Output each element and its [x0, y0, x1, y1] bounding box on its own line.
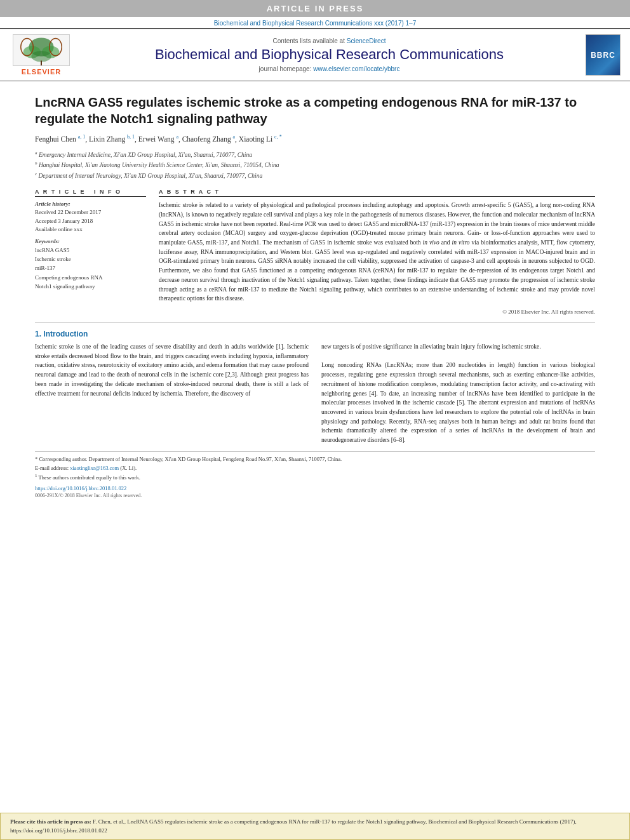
affiliation-a: a Emergency Internal Medicine, Xi'an XD … — [35, 150, 595, 160]
article-info-heading: A R T I C L E I N F O — [35, 189, 146, 197]
article-info-abstract-section: A R T I C L E I N F O Article history: R… — [35, 189, 595, 315]
keywords-label: Keywords: — [35, 238, 146, 244]
abstract-heading: A B S T R A C T — [159, 189, 595, 197]
svg-point-4 — [31, 51, 51, 62]
banner-text: ARTICLE IN PRESS — [267, 4, 364, 13]
doi-line[interactable]: https://doi.org/10.1016/j.bbrc.2018.01.0… — [35, 485, 595, 491]
main-content: LncRNA GAS5 regulates ischemic stroke as… — [0, 81, 630, 813]
section-divider — [35, 323, 595, 323]
intro-left-text: Ischemic stroke is one of the leading ca… — [35, 342, 309, 398]
doi-link[interactable]: https://doi.org/10.1016/j.bbrc.2018.01.0… — [35, 485, 126, 491]
equal-contrib-note: 1 These authors contributed equally to t… — [35, 472, 595, 482]
affiliations: a Emergency Internal Medicine, Xi'an XD … — [35, 150, 595, 181]
introduction-heading: 1. Introduction — [35, 330, 595, 338]
elsevier-logo-image — [13, 34, 70, 66]
keyword-3: miR-137 — [35, 263, 146, 272]
citation-bar: Please cite this article in press as: F.… — [0, 813, 630, 840]
author-5: Xiaoting Li c, * — [239, 135, 282, 143]
journal-header: ELSEVIER Contents lists available at Sci… — [0, 28, 630, 81]
email-note: E-mail address: xiaotinglixr@163.com (X.… — [35, 464, 595, 473]
journal-homepage-line: journal homepage: www.elsevier.com/locat… — [259, 65, 400, 72]
author-2: Lixin Zhang b, 1 — [89, 135, 135, 143]
elsevier-text: ELSEVIER — [22, 68, 61, 76]
homepage-label: journal homepage: — [259, 65, 312, 72]
intro-left-col: Ischemic stroke is one of the leading ca… — [35, 342, 309, 445]
keyword-2: Ischemic stroke — [35, 255, 146, 263]
footnotes-section: * Corresponding author. Department of In… — [35, 451, 595, 483]
page-container: ARTICLE IN PRESS Biochemical and Biophys… — [0, 0, 630, 840]
bbrc-label: BBRC — [591, 51, 615, 60]
sciencedirect-label: Contents lists available at — [273, 37, 345, 44]
article-history-text: Received 22 December 2017 Accepted 3 Jan… — [35, 208, 146, 234]
article-in-press-banner: ARTICLE IN PRESS — [0, 0, 630, 17]
journal-title-header: Biochemical and Biophysical Research Com… — [155, 46, 504, 63]
available-online: Available online xxx — [35, 225, 146, 234]
keywords-list: lncRNA GAS5 Ischemic stroke miR-137 Comp… — [35, 246, 146, 291]
corresponding-author-note: * Corresponding author. Department of In… — [35, 455, 595, 464]
keyword-1: lncRNA GAS5 — [35, 246, 146, 255]
journal-center: Contents lists available at ScienceDirec… — [83, 34, 576, 76]
received-date: Received 22 December 2017 — [35, 208, 146, 217]
sciencedirect-link[interactable]: ScienceDirect — [347, 37, 386, 44]
author-1: Fenghui Chen a, 1 — [35, 135, 85, 143]
email-link[interactable]: xiaotinglixr@163.com — [70, 465, 119, 471]
article-info-column: A R T I C L E I N F O Article history: R… — [35, 189, 146, 315]
affiliation-b: b Hanghui Hospital, Xi'an Jiaotong Unive… — [35, 160, 595, 170]
keyword-4: Competing endogenous RNA — [35, 273, 146, 282]
article-history-label: Article history: — [35, 201, 146, 207]
journal-ref-line: Biochemical and Biophysical Research Com… — [0, 17, 630, 28]
issn-line: 0006-291X/© 2018 Elsevier Inc. All right… — [35, 493, 595, 498]
journal-logo-left: ELSEVIER — [6, 34, 76, 76]
affiliation-c: c Department of Internal Neurology, Xi'a… — [35, 171, 595, 181]
intro-right-text: new targets is of positive significance … — [321, 342, 595, 445]
author-4: Chaofeng Zhang a — [182, 135, 235, 143]
authors-line: Fenghui Chen a, 1, Lixin Zhang b, 1, Erw… — [35, 133, 595, 145]
abstract-column: A B S T R A C T Ischemic stroke is relat… — [159, 189, 595, 315]
journal-ref-text: Biochemical and Biophysical Research Com… — [214, 20, 417, 27]
homepage-link[interactable]: www.elsevier.com/locate/ybbrc — [313, 65, 399, 72]
journal-logo-right: BBRC — [582, 34, 624, 76]
introduction-section: Ischemic stroke is one of the leading ca… — [35, 342, 595, 445]
citation-text: F. Chen, et al., LncRNA GAS5 regulates i… — [10, 818, 577, 834]
article-title: LncRNA GAS5 regulates ischemic stroke as… — [35, 94, 595, 127]
intro-right-col: new targets is of positive significance … — [321, 342, 595, 445]
abstract-text: Ischemic stroke is related to a variety … — [159, 201, 595, 303]
citation-label: Please cite this article in press as: — [10, 818, 91, 825]
accepted-date: Accepted 3 January 2018 — [35, 217, 146, 226]
author-3: Erwei Wang a — [138, 135, 178, 143]
copyright-line: © 2018 Elsevier Inc. All rights reserved… — [159, 309, 595, 315]
keyword-5: Notch1 signaling pathway — [35, 282, 146, 291]
sciencedirect-line: Contents lists available at ScienceDirec… — [273, 37, 386, 44]
bbrc-logo: BBRC — [586, 34, 620, 76]
